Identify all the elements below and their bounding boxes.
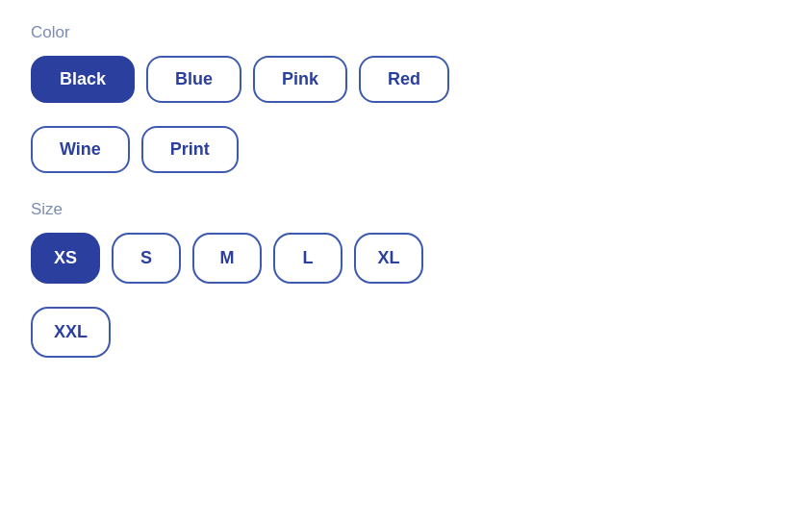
size-option-s[interactable]: S	[112, 233, 181, 284]
size-option-l[interactable]: L	[273, 233, 343, 284]
color-option-pink[interactable]: Pink	[253, 56, 347, 103]
size-section-label: Size	[31, 200, 680, 219]
size-option-m[interactable]: M	[192, 233, 262, 284]
color-option-red[interactable]: Red	[359, 56, 449, 103]
color-option-black[interactable]: Black	[31, 56, 135, 103]
size-option-xxl[interactable]: XXL	[31, 307, 111, 358]
selector-container: Color Black Blue Pink Red Wine Print Siz…	[31, 23, 680, 358]
size-options-row: XS S M L XL XXL	[31, 233, 680, 358]
color-section: Color Black Blue Pink Red Wine Print	[31, 23, 680, 173]
size-section: Size XS S M L XL XXL	[31, 200, 680, 358]
color-option-print[interactable]: Print	[141, 126, 239, 173]
color-options-row: Black Blue Pink Red Wine Print	[31, 56, 680, 173]
color-option-blue[interactable]: Blue	[146, 56, 241, 103]
color-option-wine[interactable]: Wine	[31, 126, 130, 173]
color-section-label: Color	[31, 23, 680, 42]
size-option-xs[interactable]: XS	[31, 233, 100, 284]
size-option-xl[interactable]: XL	[354, 233, 423, 284]
